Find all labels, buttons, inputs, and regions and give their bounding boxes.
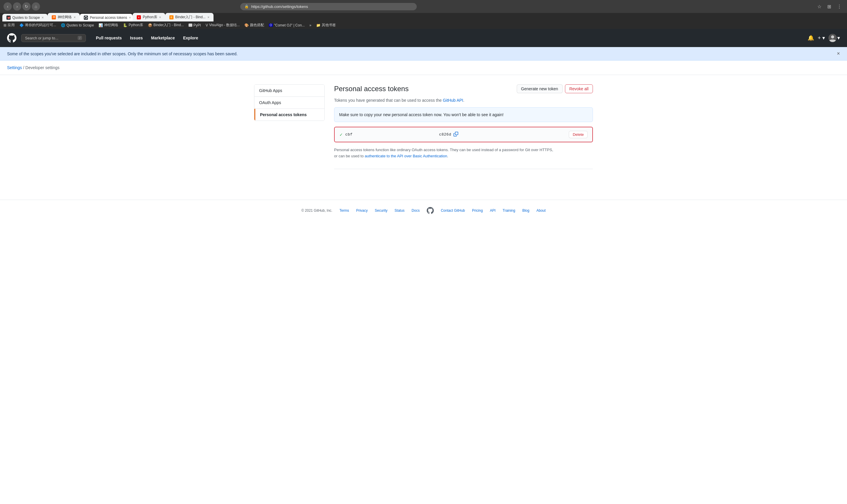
header-actions: Generate new token Revoke all (517, 84, 593, 93)
basic-auth-link[interactable]: authenticate to the API over Basic Authe… (365, 154, 447, 158)
nav-pull-requests[interactable]: Pull requests (93, 34, 125, 42)
bookmark-visuAlgo-icon: V (205, 23, 208, 28)
footer-link-blog[interactable]: Blog (522, 209, 529, 213)
bookmark-color-label: 颜色搭配 (250, 23, 264, 28)
browser-chrome: ‹ › ↻ ⌂ 🔒 https://github.com/settings/to… (0, 0, 847, 29)
bookmark-code-icon: 🔷 (19, 23, 24, 28)
tab-python[interactable]: ✕ Python库 × (133, 13, 165, 21)
bookmark-cometoj[interactable]: O "Comet OJ" | Con... (269, 23, 305, 28)
search-placeholder: Search or jump to... (25, 36, 58, 40)
bookmark-quotes-label: Quotes to Scrape (67, 23, 94, 28)
bookmark-code[interactable]: 🔷 将你的代码运行可... (19, 23, 56, 28)
footer-link-training[interactable]: Training (503, 209, 515, 213)
back-button[interactable]: ‹ (3, 2, 12, 11)
header-right: 🔔 + ▾ ▾ (808, 34, 840, 42)
github-api-link[interactable]: GitHub API (443, 98, 463, 103)
revoke-all-button[interactable]: Revoke all (565, 84, 593, 93)
bookmark-quotes[interactable]: 🌐 Quotes to Scrape (61, 23, 94, 28)
home-button[interactable]: ⌂ (32, 2, 40, 11)
tab-neural[interactable]: 神 神经网络 × (48, 13, 80, 21)
tabs-bar: 🐙 Quotes to Scrape × 神 神经网络 × Personal a… (0, 13, 847, 21)
footer-link-status[interactable]: Status (395, 209, 405, 213)
bookmark-cometoj-icon: O (269, 23, 273, 27)
footer-desc-text2: or can be used to (334, 154, 363, 158)
nav-issues[interactable]: Issues (127, 34, 146, 42)
reload-button[interactable]: ↻ (22, 2, 31, 11)
bookmark-apps[interactable]: ⊞ 应用 (3, 23, 15, 28)
browser-actions: ☆ ⊞ ⋮ (815, 2, 844, 11)
footer-link-terms[interactable]: Terms (339, 209, 349, 213)
nav-explore[interactable]: Explore (180, 34, 201, 42)
extensions-button[interactable]: ⊞ (825, 2, 833, 11)
footer-link-api[interactable]: API (490, 209, 495, 213)
bookmark-apps-icon: ⊞ (3, 23, 6, 28)
page-title: Personal access tokens (334, 85, 409, 93)
breadcrumb-settings-link[interactable]: Settings (7, 65, 22, 70)
sidebar-item-personal-tokens-label: Personal access tokens (260, 112, 307, 117)
tab-github-tokens[interactable]: Personal access tokens × (80, 14, 133, 21)
tab-close-binder[interactable]: × (208, 15, 210, 19)
notifications-button[interactable]: 🔔 (808, 35, 814, 41)
generate-token-button[interactable]: Generate new token (517, 84, 563, 93)
tab-close-github[interactable]: × (129, 16, 131, 20)
url-text: https://github.com/settings/tokens (251, 4, 308, 9)
address-bar[interactable]: 🔒 https://github.com/settings/tokens (240, 3, 417, 10)
bookmark-quotes-icon: 🌐 (61, 23, 65, 28)
main-layout: GitHub Apps OAuth Apps Personal access t… (247, 75, 600, 188)
footer-copyright: © 2021 GitHub, Inc. (302, 209, 332, 213)
tab-binder[interactable]: B Binder入门 - Bind... × (165, 13, 214, 21)
star-button[interactable]: ☆ (815, 2, 824, 11)
bookmark-pylib[interactable]: 🐍 Python库 (123, 23, 143, 28)
create-button[interactable]: + ▾ (817, 35, 825, 41)
bookmark-cometoj-label: "Comet OJ" | Con... (274, 23, 305, 28)
sidebar-item-github-apps[interactable]: GitHub Apps (254, 85, 324, 97)
token-copy-button[interactable] (453, 132, 458, 138)
tab-close-neural[interactable]: × (73, 15, 76, 19)
github-logo[interactable] (7, 33, 16, 43)
tab-label-quotes: Quotes to Scrape (12, 16, 40, 20)
token-description: Personal access tokens function like ord… (334, 147, 593, 159)
footer-link-about[interactable]: About (537, 209, 545, 213)
sidebar-item-personal-tokens[interactable]: Personal access tokens (254, 109, 324, 121)
description-text: Tokens you have generated that can be us… (334, 98, 442, 103)
tab-label-binder: Binder入门 - Bind... (175, 15, 205, 20)
alert-close-button[interactable]: × (837, 51, 840, 57)
user-avatar (828, 34, 837, 42)
tab-favicon-python: ✕ (137, 15, 141, 19)
tab-close-python[interactable]: × (159, 15, 161, 19)
footer-link-contact[interactable]: Contact GitHub (441, 209, 465, 213)
footer-link-security[interactable]: Security (375, 209, 387, 213)
search-kbd-hint: / (78, 36, 82, 40)
bookmark-binder[interactable]: 📦 Binder入门 - Bind... (148, 23, 184, 28)
bookmark-color[interactable]: 🎨 颜色搭配 (245, 23, 264, 28)
bookmark-visuAlgo[interactable]: V VisuAlgo - 数据结... (205, 23, 240, 28)
alert-message: Some of the scopes you've selected are i… (7, 52, 238, 56)
bookmark-folder[interactable]: 📁 其他书签 (316, 23, 336, 28)
bookmark-neural-label: 神经网络 (104, 23, 118, 28)
tab-close-quotes[interactable]: × (41, 16, 43, 20)
bookmark-pypi-icon: P (188, 23, 192, 27)
footer-link-pricing[interactable]: Pricing (472, 209, 483, 213)
search-box[interactable]: Search or jump to... / (21, 34, 86, 42)
footer-link-docs[interactable]: Docs (412, 209, 420, 213)
bookmark-pylib-icon: 🐍 (123, 23, 127, 28)
footer-link-privacy[interactable]: Privacy (356, 209, 367, 213)
bookmark-apps-label: 应用 (8, 23, 15, 28)
page-description: Tokens you have generated that can be us… (334, 98, 593, 103)
menu-button[interactable]: ⋮ (835, 2, 844, 11)
token-check-icon: ✓ (339, 132, 343, 137)
bookmark-more[interactable]: » (309, 23, 311, 28)
tab-quotes[interactable]: 🐙 Quotes to Scrape × (2, 14, 48, 21)
delete-token-button[interactable]: Delete (569, 131, 588, 138)
sidebar-item-oauth-apps[interactable]: OAuth Apps (254, 97, 324, 109)
main-section: Personal access tokens Generate new toke… (334, 84, 593, 179)
bookmark-pypi[interactable]: P PyPI (188, 23, 201, 28)
user-menu-button[interactable]: ▾ (828, 34, 840, 42)
nav-marketplace[interactable]: Marketplace (148, 34, 178, 42)
forward-button[interactable]: › (13, 2, 21, 11)
bookmark-neural[interactable]: 📊 神经网络 (98, 23, 118, 28)
main-nav: Pull requests Issues Marketplace Explore (93, 34, 201, 42)
bookmark-pypi-label: PyPI (194, 23, 201, 28)
page-content: Settings / Developer settings GitHub App… (0, 60, 847, 504)
bookmarks-bar: ⊞ 应用 🔷 将你的代码运行可... 🌐 Quotes to Scrape 📊 … (0, 21, 847, 29)
